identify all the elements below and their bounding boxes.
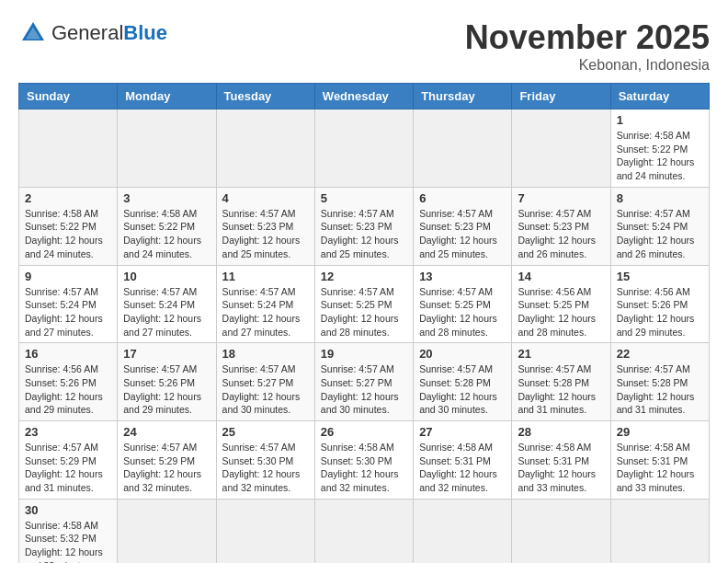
day-22: 22 Sunrise: 4:57 AMSunset: 5:28 PMDaylig…: [610, 343, 709, 421]
day-11: 11 Sunrise: 4:57 AMSunset: 5:24 PMDaylig…: [216, 265, 314, 343]
header-tuesday: Tuesday: [216, 84, 314, 109]
day-16: 16 Sunrise: 4:56 AMSunset: 5:26 PMDaylig…: [19, 343, 118, 421]
day-12: 12 Sunrise: 4:57 AMSunset: 5:25 PMDaylig…: [314, 265, 413, 343]
empty-cell: [512, 109, 610, 188]
empty-cell: [314, 499, 413, 563]
calendar-table: Sunday Monday Tuesday Wednesday Thursday…: [18, 83, 710, 563]
day-27: 27 Sunrise: 4:58 AMSunset: 5:31 PMDaylig…: [414, 421, 512, 500]
day-4: 4 Sunrise: 4:57 AMSunset: 5:23 PMDayligh…: [216, 187, 314, 265]
empty-cell: [19, 109, 118, 188]
header-sunday: Sunday: [19, 84, 118, 109]
day-29: 29 Sunrise: 4:58 AMSunset: 5:31 PMDaylig…: [610, 421, 709, 500]
empty-cell: [610, 499, 709, 563]
empty-cell: [118, 499, 216, 563]
header-thursday: Thursday: [414, 84, 512, 109]
day-6: 6 Sunrise: 4:57 AMSunset: 5:23 PMDayligh…: [414, 187, 512, 265]
logo-text-general: General: [51, 21, 123, 44]
day-15: 15 Sunrise: 4:56 AMSunset: 5:26 PMDaylig…: [610, 265, 709, 343]
calendar-row-4: 16 Sunrise: 4:56 AMSunset: 5:26 PMDaylig…: [19, 343, 710, 421]
logo-text-blue: Blue: [123, 21, 167, 44]
day-9: 9 Sunrise: 4:57 AMSunset: 5:24 PMDayligh…: [19, 265, 118, 343]
day-24: 24 Sunrise: 4:57 AMSunset: 5:29 PMDaylig…: [118, 421, 216, 500]
day-26: 26 Sunrise: 4:58 AMSunset: 5:30 PMDaylig…: [314, 421, 413, 500]
day-23: 23 Sunrise: 4:57 AMSunset: 5:29 PMDaylig…: [19, 421, 118, 500]
location-subtitle: Kebonan, Indonesia: [465, 57, 710, 74]
empty-cell: [314, 109, 413, 188]
calendar-row-3: 9 Sunrise: 4:57 AMSunset: 5:24 PMDayligh…: [19, 265, 710, 343]
day-28: 28 Sunrise: 4:58 AMSunset: 5:31 PMDaylig…: [512, 421, 610, 500]
calendar-row-2: 2 Sunrise: 4:58 AMSunset: 5:22 PMDayligh…: [19, 187, 710, 265]
logo-icon: [18, 18, 48, 48]
empty-cell: [414, 499, 512, 563]
empty-cell: [216, 109, 314, 188]
day-3: 3 Sunrise: 4:58 AMSunset: 5:22 PMDayligh…: [118, 187, 216, 265]
empty-cell: [118, 109, 216, 188]
weekday-header-row: Sunday Monday Tuesday Wednesday Thursday…: [19, 84, 710, 109]
day-30: 30 Sunrise: 4:58 AMSunset: 5:32 PMDaylig…: [19, 499, 118, 563]
empty-cell: [216, 499, 314, 563]
day-18: 18 Sunrise: 4:57 AMSunset: 5:27 PMDaylig…: [216, 343, 314, 421]
empty-cell: [512, 499, 610, 563]
day-8: 8 Sunrise: 4:57 AMSunset: 5:24 PMDayligh…: [610, 187, 709, 265]
day-7: 7 Sunrise: 4:57 AMSunset: 5:23 PMDayligh…: [512, 187, 610, 265]
calendar-row-1: 1 Sunrise: 4:58 AM Sunset: 5:22 PM Dayli…: [19, 109, 710, 188]
logo: GeneralBlue: [18, 18, 167, 48]
day-19: 19 Sunrise: 4:57 AMSunset: 5:27 PMDaylig…: [314, 343, 413, 421]
header-monday: Monday: [118, 84, 216, 109]
day-21: 21 Sunrise: 4:57 AMSunset: 5:28 PMDaylig…: [512, 343, 610, 421]
empty-cell: [414, 109, 512, 188]
day-13: 13 Sunrise: 4:57 AMSunset: 5:25 PMDaylig…: [414, 265, 512, 343]
header-wednesday: Wednesday: [314, 84, 413, 109]
month-title: November 2025: [465, 18, 710, 57]
header-saturday: Saturday: [610, 84, 709, 109]
day-17: 17 Sunrise: 4:57 AMSunset: 5:26 PMDaylig…: [118, 343, 216, 421]
day-10: 10 Sunrise: 4:57 AMSunset: 5:24 PMDaylig…: [118, 265, 216, 343]
title-area: November 2025 Kebonan, Indonesia: [465, 18, 710, 74]
day-14: 14 Sunrise: 4:56 AMSunset: 5:25 PMDaylig…: [512, 265, 610, 343]
day-5: 5 Sunrise: 4:57 AMSunset: 5:23 PMDayligh…: [314, 187, 413, 265]
calendar-row-6: 30 Sunrise: 4:58 AMSunset: 5:32 PMDaylig…: [19, 499, 710, 563]
day-20: 20 Sunrise: 4:57 AMSunset: 5:28 PMDaylig…: [414, 343, 512, 421]
day-2: 2 Sunrise: 4:58 AMSunset: 5:22 PMDayligh…: [19, 187, 118, 265]
header-friday: Friday: [512, 84, 610, 109]
page-header: GeneralBlue November 2025 Kebonan, Indon…: [18, 18, 710, 74]
day-25: 25 Sunrise: 4:57 AMSunset: 5:30 PMDaylig…: [216, 421, 314, 500]
day-1: 1 Sunrise: 4:58 AM Sunset: 5:22 PM Dayli…: [610, 109, 709, 188]
calendar-row-5: 23 Sunrise: 4:57 AMSunset: 5:29 PMDaylig…: [19, 421, 710, 500]
